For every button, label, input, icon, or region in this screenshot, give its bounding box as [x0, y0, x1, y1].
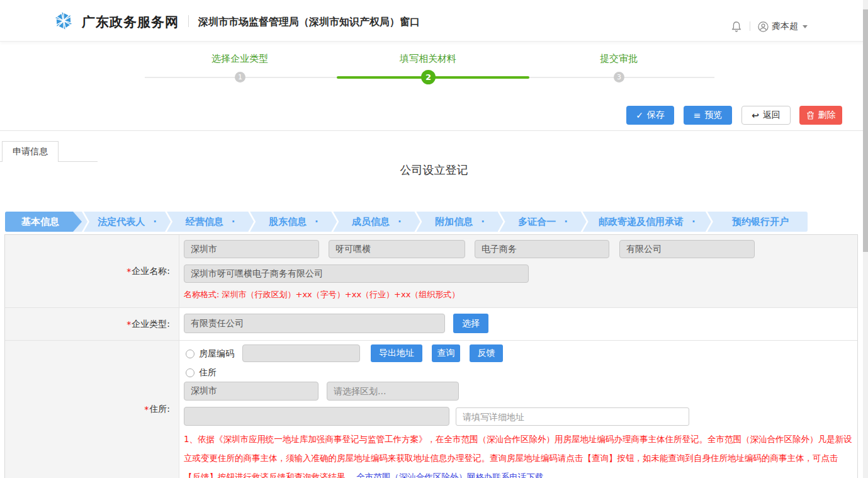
- address-district-select[interactable]: [327, 382, 459, 401]
- chevron-right-icon: [498, 212, 505, 232]
- address-city-input[interactable]: [184, 382, 318, 401]
- address-notice: 1、依据《深圳市应用统一地址库加强商事登记与监管工作方案》，在全市范围（深汕合作…: [184, 430, 853, 478]
- page: 广东政务服务网 深圳市市场监督管理局（深圳市知识产权局）窗口 龚本超 选择企业类…: [0, 0, 868, 478]
- company-type-row: * 企业类型: 选择: [5, 308, 857, 341]
- required-mark: *: [127, 266, 131, 276]
- label-text: 企业类型:: [132, 319, 170, 330]
- section-divider: [0, 130, 868, 131]
- nav-tab-business-info[interactable]: 经营信息 ·: [172, 216, 248, 228]
- nav-tab-label: 股东信息: [269, 216, 307, 228]
- company-name-region-input[interactable]: [184, 240, 319, 258]
- nav-tab-additional-info[interactable]: 附加信息 ·: [422, 216, 497, 228]
- basic-info-form: * 企业名称: 名称格式: 深圳市（行政区划）+xx（字号）+xx（行业）+xx…: [4, 234, 858, 478]
- save-button-label: 保存: [647, 110, 665, 121]
- step-label-1: 选择企业类型: [171, 53, 309, 65]
- nav-tab-postal-credit[interactable]: 邮政寄递及信用承诺 ·: [589, 216, 706, 228]
- nav-tab-label: 经营信息: [186, 216, 223, 228]
- address-label: * 住所:: [5, 341, 179, 478]
- preview-button[interactable]: ≡ 预览: [684, 106, 732, 125]
- step-circle-1: 1: [235, 72, 245, 83]
- back-arrow-icon: ↩: [752, 111, 759, 120]
- step-circle-3: 3: [614, 72, 624, 83]
- company-name-label: * 企业名称:: [5, 235, 179, 307]
- chevron-right-icon: [706, 212, 713, 232]
- address-detail-input[interactable]: [456, 407, 689, 426]
- label-text: 企业名称:: [132, 266, 170, 277]
- list-icon: ≡: [694, 111, 701, 120]
- step-label-3: 提交审批: [550, 53, 688, 65]
- address-row: * 住所: 房屋编码 导出地址 查询 反馈 住所: [5, 341, 857, 478]
- export-address-button[interactable]: 导出地址: [371, 344, 422, 362]
- nav-dot: ·: [481, 216, 485, 227]
- company-type-select-button[interactable]: 选择: [453, 314, 488, 333]
- nav-tab-label: 法定代表人: [98, 216, 145, 228]
- nav-tab-label: 多证合一: [518, 216, 556, 228]
- company-name-tradename-input[interactable]: [329, 240, 465, 258]
- nav-dot: ·: [153, 216, 157, 227]
- back-button[interactable]: ↩ 返回: [741, 106, 791, 125]
- nav-tab-member-info[interactable]: 成员信息 ·: [339, 216, 414, 228]
- tab-application-info[interactable]: 申请信息: [2, 141, 59, 162]
- header-divider: [188, 15, 189, 27]
- feedback-button[interactable]: 反馈: [470, 344, 503, 362]
- user-icon: [758, 21, 769, 32]
- company-name-format-hint: 名称格式: 深圳市（行政区划）+xx（字号）+xx（行业）+xx（组织形式）: [184, 289, 459, 300]
- step-label-2: 填写相关材料: [359, 53, 497, 65]
- company-type-label: * 企业类型:: [5, 308, 179, 340]
- nav-tab-bank-appointment[interactable]: 预约银行开户: [713, 216, 808, 228]
- chevron-right-icon: [414, 212, 422, 232]
- brand-title: 广东政务服务网: [82, 13, 179, 31]
- nav-dot: ·: [398, 216, 402, 227]
- save-button[interactable]: ✓ 保存: [626, 106, 674, 125]
- house-code-radio-label: 房屋编码: [199, 348, 234, 360]
- house-code-input[interactable]: [242, 344, 360, 362]
- bell-icon[interactable]: [731, 21, 741, 32]
- nav-tab-label: 预约银行开户: [732, 216, 789, 228]
- chevron-right-icon: [248, 212, 256, 232]
- house-code-radio[interactable]: [186, 350, 194, 358]
- nav-tab-basic-info[interactable]: 基本信息: [5, 212, 82, 232]
- company-type-input[interactable]: [184, 314, 445, 333]
- nav-dot: ·: [315, 216, 318, 227]
- preview-button-label: 预览: [704, 110, 722, 121]
- form-section-nav: 基本信息 法定代表人 · 经营信息 · 股东信息 · 成员信息 · 附加信息 ·…: [5, 212, 808, 232]
- scrollbar-thumb[interactable]: [863, 9, 868, 252]
- address-radio[interactable]: [186, 368, 194, 377]
- nav-tab-shareholder-info[interactable]: 股东信息 ·: [256, 216, 331, 228]
- address-street-input[interactable]: [184, 407, 449, 426]
- query-button[interactable]: 查询: [432, 344, 460, 362]
- nav-dot: ·: [692, 216, 696, 227]
- company-name-industry-input[interactable]: [475, 240, 609, 258]
- required-mark: *: [144, 404, 149, 414]
- check-icon: ✓: [636, 111, 643, 120]
- chevron-down-icon: [803, 25, 808, 28]
- nav-tab-label: 附加信息: [435, 216, 473, 228]
- top-header: 广东政务服务网 深圳市市场监督管理局（深圳市知识产权局）窗口 龚本超: [0, 0, 868, 42]
- chevron-right-icon: [331, 212, 339, 232]
- page-title: 公司设立登记: [0, 162, 868, 178]
- chevron-right-icon: [165, 212, 172, 232]
- nav-tab-label: 成员信息: [352, 216, 390, 228]
- header-divider-2: [750, 21, 750, 31]
- delete-button[interactable]: 删除: [799, 106, 842, 125]
- required-mark: *: [127, 319, 131, 329]
- back-button-label: 返回: [763, 110, 781, 121]
- nav-tab-label: 邮政寄递及信用承诺: [599, 216, 684, 228]
- nav-dot: ·: [564, 216, 568, 227]
- scrollbar-track[interactable]: [863, 0, 868, 478]
- nav-tab-multi-license[interactable]: 多证合一 ·: [505, 216, 581, 228]
- nav-tab-legal-representative[interactable]: 法定代表人 ·: [89, 216, 165, 228]
- user-menu[interactable]: 龚本超: [758, 21, 808, 32]
- label-text: 住所:: [149, 404, 170, 415]
- window-title: 深圳市市场监督管理局（深圳市知识产权局）窗口: [198, 16, 420, 29]
- trash-icon: [806, 111, 814, 120]
- company-name-row: * 企业名称: 名称格式: 深圳市（行政区划）+xx（字号）+xx（行业）+xx…: [5, 235, 857, 308]
- user-name: 龚本超: [772, 21, 798, 32]
- company-name-orgform-input[interactable]: [619, 240, 755, 258]
- company-full-name-input[interactable]: [184, 265, 529, 283]
- nav-dot: ·: [232, 216, 235, 227]
- address-radio-label: 住所: [199, 367, 217, 378]
- grid-office-phone-download-link[interactable]: 全市范围（深汕合作区除外）网格办联系电话下载: [356, 472, 543, 478]
- chevron-right-icon: [581, 212, 589, 232]
- step-circle-2-active: 2: [421, 70, 436, 84]
